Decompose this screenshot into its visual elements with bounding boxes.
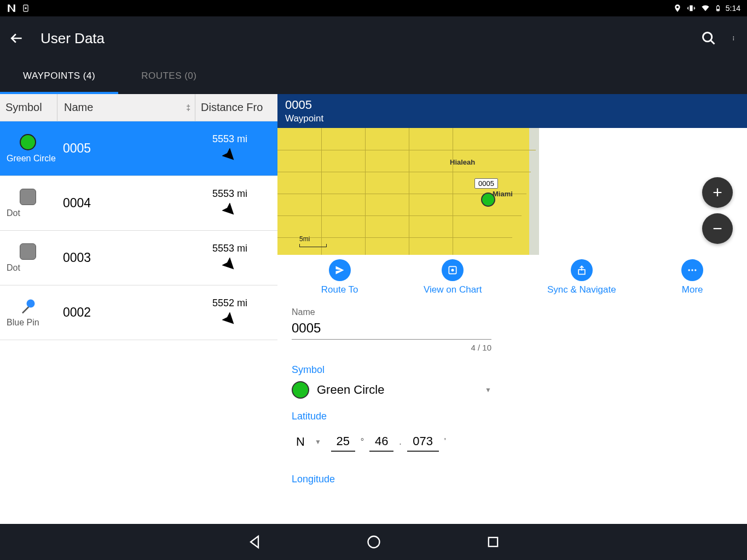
more-vert-icon[interactable] [733,31,737,46]
more-horiz-icon [687,265,698,276]
map-label-hialeah: Hialeah [450,158,475,166]
dot-icon [20,189,36,205]
bearing-arrow-icon [222,148,238,164]
chevron-down-icon: ▼ [315,438,321,446]
symbol-label: Dot [7,263,20,273]
name-label: Name [292,307,733,317]
row-name: 0004 [57,196,206,211]
chevron-down-icon: ▼ [485,386,491,394]
wifi-icon [700,4,710,13]
tab-waypoints[interactable]: WAYPOINTS (4) [0,60,118,94]
lat-minutes-input[interactable] [369,432,393,452]
char-count: 4 / 10 [292,343,491,352]
map-waypoint-label: 0005 [474,178,498,189]
vibrate-icon [686,4,696,13]
svg-point-11 [452,269,454,271]
view-on-chart-button[interactable]: View on Chart [424,259,482,295]
bearing-arrow-icon [222,203,238,218]
table-row[interactable]: Blue Pin 0002 5552 mi [0,285,277,340]
longitude-label: Longitude [292,474,733,485]
svg-rect-1 [690,5,692,11]
latitude-label: Latitude [292,411,733,422]
degree-symbol: ° [361,437,364,447]
search-icon[interactable] [701,31,716,46]
action-row: Route To View on Chart Sync & Navigate M… [277,255,747,300]
table-header: Symbol Name Distance Fro [0,94,277,121]
bearing-arrow-icon [222,258,238,273]
symbol-label: Symbol [292,364,733,376]
status-bar: 5:14 [0,0,747,16]
map-preview[interactable]: Hialeah Miami 0005 5mi + − [277,128,747,255]
symbol-label: Dot [7,208,20,218]
detail-header: 0005 Waypoint [277,94,747,128]
back-arrow-icon[interactable] [10,31,24,45]
more-button[interactable]: More [681,259,703,295]
detail-subtitle: Waypoint [285,113,739,124]
blue-pin-icon [20,298,36,314]
nav-back-icon[interactable] [247,534,262,550]
bearing-arrow-icon [222,312,238,328]
th-distance[interactable]: Distance Fro [195,94,277,121]
form-area: Name 4 / 10 Symbol Green Circle ▼ Latitu… [277,300,747,489]
minute-symbol: ' [444,437,446,447]
detail-title: 0005 [285,98,739,112]
row-name: 0005 [57,141,206,156]
green-circle-icon [292,381,309,399]
table-row[interactable]: Dot 0003 5553 mi [0,231,277,285]
svg-point-6 [733,37,734,38]
battery-icon [715,3,721,13]
svg-point-5 [703,33,712,42]
svg-point-15 [694,269,696,271]
nav-recent-icon[interactable] [485,534,501,550]
upload-icon [576,265,587,276]
green-circle-icon [20,134,36,150]
symbol-dropdown[interactable]: Green Circle ▼ [292,381,491,399]
android-nav-bar [0,524,747,560]
n-logo-icon [7,3,16,13]
tabs: WAYPOINTS (4) ROUTES (0) [0,60,747,94]
nav-home-icon[interactable] [366,534,381,550]
table-row[interactable]: Green Circle 0005 5553 mi [0,121,277,176]
row-name: 0002 [57,305,206,320]
map-scale: 5mi [299,235,327,247]
waypoint-list-panel: Symbol Name Distance Fro Green Circle 00… [0,94,277,489]
svg-point-14 [692,269,693,271]
app-bar: User Data [0,16,747,60]
symbol-label: Blue Pin [7,318,39,328]
route-icon [334,265,345,276]
svg-rect-17 [488,538,497,546]
dot-separator: . [399,437,401,447]
map-waypoint-marker [481,192,495,207]
svg-rect-3 [717,5,719,6]
svg-point-8 [733,39,734,40]
page-title: User Data [40,30,105,47]
tab-routes[interactable]: ROUTES (0) [118,60,219,94]
lat-degrees-input[interactable] [331,432,355,452]
th-symbol[interactable]: Symbol [0,94,57,121]
download-icon [22,3,30,13]
route-to-button[interactable]: Route To [321,259,358,295]
svg-point-16 [368,536,379,548]
row-name: 0003 [57,250,206,265]
name-input[interactable] [292,317,491,340]
row-distance: 5552 mi [212,298,247,309]
sync-navigate-button[interactable]: Sync & Navigate [547,259,616,295]
row-distance: 5553 mi [212,188,247,200]
zoom-out-button[interactable]: − [702,213,733,244]
lat-decimal-input[interactable] [407,432,439,452]
svg-point-13 [688,269,690,271]
svg-point-7 [733,38,734,39]
status-time: 5:14 [726,4,740,13]
row-distance: 5553 mi [212,243,247,254]
map-label-miami: Miami [493,190,513,198]
zoom-in-button[interactable]: + [702,177,733,208]
hemisphere-select[interactable]: N ▼ [292,435,326,449]
chart-icon [447,265,458,276]
table-row[interactable]: Dot 0004 5553 mi [0,176,277,231]
symbol-label: Green Circle [7,154,56,164]
location-icon [673,4,682,13]
svg-rect-4 [717,9,719,10]
detail-panel: 0005 Waypoint Hialeah Miami 0005 [277,94,747,489]
th-name[interactable]: Name [57,94,195,121]
svg-point-9 [27,299,35,307]
